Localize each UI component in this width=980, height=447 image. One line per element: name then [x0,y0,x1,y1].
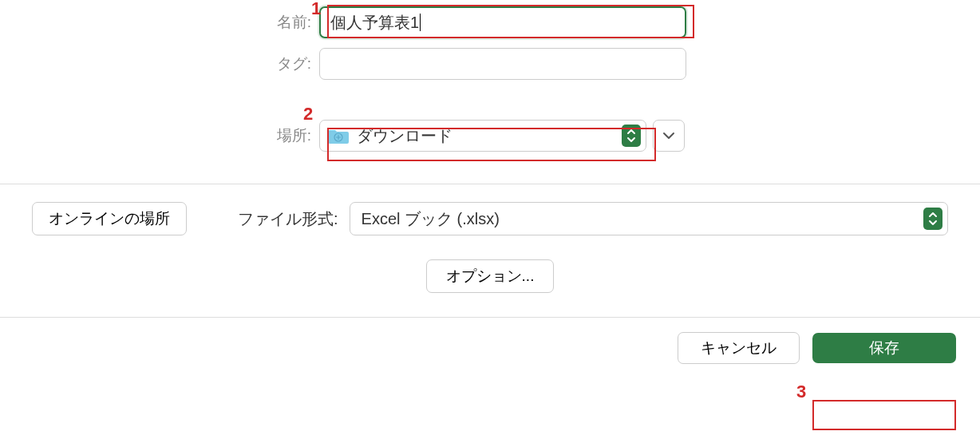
file-format-label: ファイル形式: [238,208,338,230]
annotation-number-3: 3 [796,382,806,402]
name-input[interactable]: 個人予算表1 [319,6,686,38]
tag-label: タグ: [0,53,319,74]
annotation-box-3 [812,400,956,430]
name-label: 名前: [0,12,319,33]
save-button[interactable]: 保存 [812,333,956,363]
location-label: 場所: [0,125,319,146]
file-format-select[interactable]: Excel ブック (.xlsx) [350,202,948,235]
file-format-value: Excel ブック (.xlsx) [362,208,923,230]
online-location-button[interactable]: オンラインの場所 [32,202,187,235]
divider [0,184,980,184]
chevron-down-icon [662,132,675,140]
options-button[interactable]: オプション... [426,259,555,293]
tag-input[interactable] [319,48,686,80]
location-select[interactable]: ダウンロード [319,120,646,152]
folder-icon [328,127,349,144]
updown-icon [923,208,942,230]
location-value: ダウンロード [357,125,614,147]
text-caret [420,14,421,31]
expand-button[interactable] [653,120,685,152]
name-input-value: 個人予算表1 [330,12,419,34]
updown-icon [622,125,641,147]
cancel-button[interactable]: キャンセル [678,332,800,364]
